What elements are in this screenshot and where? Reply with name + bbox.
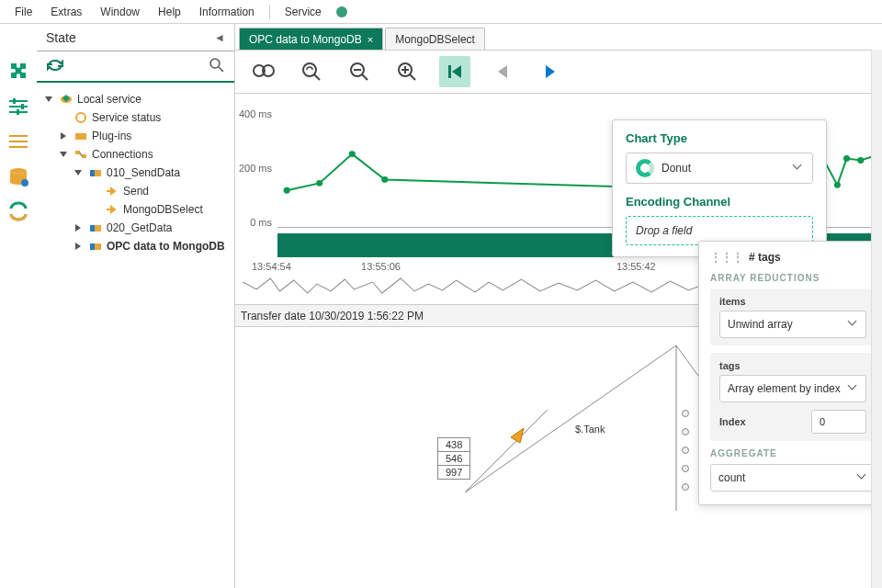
svg-rect-23 (90, 243, 95, 250)
svg-rect-4 (21, 104, 24, 109)
sync-icon[interactable] (6, 200, 31, 222)
menu-service[interactable]: Service (277, 4, 329, 20)
svg-rect-21 (90, 225, 95, 232)
svg-line-17 (80, 153, 82, 156)
node-tank[interactable]: $.Tank (575, 424, 605, 435)
svg-point-38 (316, 180, 322, 187)
service-status-dot (336, 6, 347, 17)
svg-point-13 (76, 113, 85, 122)
svg-rect-16 (82, 154, 86, 158)
svg-rect-8 (9, 146, 28, 148)
items-select[interactable]: Unwind array (719, 311, 866, 338)
svg-rect-5 (17, 109, 19, 115)
database-icon[interactable] (6, 165, 31, 187)
menu-help[interactable]: Help (151, 4, 188, 20)
tags-popup: ⋮⋮⋮# tags ARRAY REDUCTIONS items Unwind … (698, 241, 882, 505)
tree-send[interactable]: Send (40, 182, 231, 200)
chevron-down-icon (849, 320, 858, 329)
tree-plugins[interactable]: Plug-ins (40, 127, 231, 145)
drag-handle-icon[interactable]: ⋮⋮⋮ (710, 251, 743, 264)
menu-file[interactable]: File (7, 4, 40, 20)
svg-point-54 (857, 157, 864, 164)
svg-point-40 (381, 176, 388, 183)
aggregate-select[interactable]: count (710, 464, 876, 492)
tree-connections[interactable]: Connections (40, 145, 231, 164)
tab-strip: OPC data to MongoDB× MongoDBSelect (235, 24, 882, 50)
panel-title: State (46, 30, 76, 45)
zoom-out-icon[interactable] (344, 56, 375, 87)
skip-start-icon[interactable] (439, 56, 470, 87)
tree-mongo-select[interactable]: MongoDBSelect (40, 200, 231, 219)
menu-window[interactable]: Window (93, 4, 147, 20)
chevron-down-icon (858, 473, 867, 482)
svg-rect-15 (75, 151, 80, 154)
svg-rect-3 (13, 98, 16, 104)
svg-line-30 (362, 74, 368, 80)
svg-point-27 (303, 63, 316, 76)
svg-rect-0 (9, 100, 28, 102)
svg-point-39 (349, 151, 356, 157)
find-icon[interactable] (248, 56, 279, 87)
svg-rect-19 (90, 170, 95, 176)
index-label: Index (719, 416, 746, 427)
collapse-icon[interactable]: ◄ (214, 31, 225, 44)
index-input[interactable] (811, 410, 866, 434)
close-icon[interactable]: × (368, 34, 373, 45)
port-column (682, 410, 689, 491)
chart-toolbar (235, 50, 882, 94)
tree-root[interactable]: Local service (40, 90, 231, 108)
svg-point-37 (284, 187, 290, 194)
menu-divider (269, 5, 270, 19)
zoom-reset-icon[interactable] (296, 56, 327, 87)
svg-rect-6 (9, 135, 28, 137)
state-panel: State ◄ Local service Service status Plu… (37, 24, 235, 588)
svg-point-10 (21, 179, 28, 187)
chevron-down-icon (849, 384, 858, 393)
sliders-alt-icon[interactable] (6, 130, 31, 153)
chevron-down-icon (794, 164, 803, 173)
tab-opc[interactable]: OPC data to MongoDB× (239, 28, 383, 50)
menu-information[interactable]: Information (192, 4, 262, 20)
svg-line-28 (314, 74, 320, 80)
svg-line-56 (465, 410, 548, 492)
tree-opc[interactable]: OPC data to MongoDB (40, 237, 231, 255)
chart-type-label: Chart Type (626, 131, 813, 145)
zoom-in-icon[interactable] (391, 56, 423, 87)
aggregate-label: AGGREGATE (710, 448, 876, 458)
tree-view: Local service Service status Plug-ins Co… (37, 83, 234, 588)
encoding-channel-label: Encoding Channel (626, 195, 813, 209)
chart-config-popup: Chart Type Donut Encoding Channel Drop a… (612, 119, 827, 257)
menu-extras[interactable]: Extras (43, 4, 89, 20)
items-label: items (719, 296, 866, 307)
svg-point-53 (843, 155, 850, 162)
sliders-icon[interactable] (6, 96, 31, 118)
svg-line-12 (219, 67, 223, 72)
tags-label: tags (719, 360, 866, 371)
svg-rect-36 (448, 65, 451, 78)
tab-mongo-select[interactable]: MongoDBSelect (385, 28, 485, 50)
tags-title: # tags (749, 251, 781, 264)
svg-rect-1 (9, 106, 28, 107)
search-icon[interactable] (209, 57, 225, 76)
svg-line-33 (410, 74, 415, 80)
refresh-icon[interactable] (46, 57, 64, 76)
svg-point-52 (834, 182, 841, 188)
y-axis: 400 ms 200 ms 0 ms (235, 108, 277, 228)
donut-icon (636, 159, 654, 177)
chart-type-select[interactable]: Donut (626, 153, 813, 184)
svg-point-11 (210, 59, 220, 68)
tree-get-data[interactable]: 020_GetData (40, 219, 231, 237)
tree-send-data[interactable]: 010_SendData (40, 164, 231, 182)
vertical-scrollbar[interactable] (871, 50, 882, 588)
tree-service-status[interactable]: Service status (40, 108, 231, 127)
puzzle-icon[interactable] (6, 61, 31, 83)
svg-rect-14 (75, 133, 86, 140)
menu-bar: File Extras Window Help Information Serv… (0, 0, 882, 24)
tags-select[interactable]: Array element by index (719, 375, 866, 402)
prev-icon[interactable] (487, 56, 518, 87)
content-area: OPC data to MongoDB× MongoDBSelect 400 m… (235, 24, 882, 588)
activity-bar (0, 24, 37, 588)
play-icon[interactable] (535, 56, 566, 87)
value-list: 438 546 997 (437, 437, 470, 480)
svg-line-57 (465, 345, 676, 492)
